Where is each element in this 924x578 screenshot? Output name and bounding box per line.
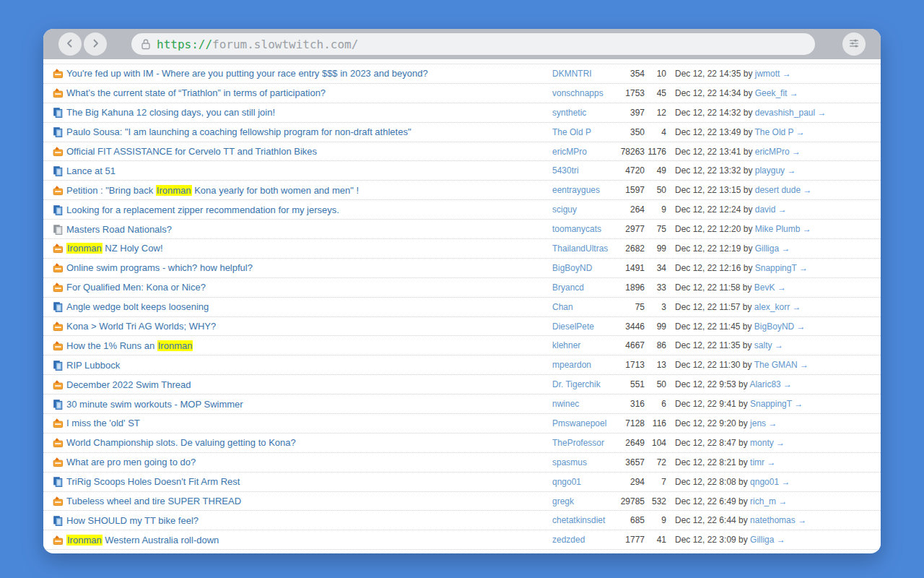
lastpost-user-link[interactable]: salty — [754, 340, 772, 350]
goto-last-post-arrow[interactable]: → — [781, 477, 790, 487]
thread-title-link[interactable]: How SHOULD my TT bike feel? — [66, 515, 552, 526]
thread-author-link[interactable]: synthetic — [552, 108, 619, 118]
thread-title-link[interactable]: Ironman Western Australia roll-down — [66, 535, 552, 545]
thread-author-link[interactable]: 5430tri — [552, 165, 619, 176]
lastpost-user-link[interactable]: Gilliga — [750, 535, 774, 545]
goto-last-post-arrow[interactable]: → — [768, 418, 777, 428]
thread-title-link[interactable]: Kona > World Tri AG Worlds; WHY? — [66, 321, 552, 332]
thread-title-link[interactable]: Looking for a replacement zipper recomme… — [66, 204, 552, 215]
thread-title-link[interactable]: Petition : "Bring back Ironman Kona year… — [66, 185, 552, 196]
thread-title-link[interactable]: Masters Road Nationals? — [66, 224, 552, 235]
lastpost-user-link[interactable]: rich_m — [750, 496, 776, 506]
thread-author-link[interactable]: Chan — [552, 302, 619, 312]
goto-last-post-arrow[interactable]: → — [792, 147, 801, 157]
goto-last-post-arrow[interactable]: → — [803, 224, 811, 234]
lastpost-user-link[interactable]: Mike Plumb — [755, 224, 801, 234]
goto-last-post-arrow[interactable]: → — [796, 127, 805, 137]
thread-author-link[interactable]: Dr. Tigerchik — [552, 379, 619, 389]
lastpost-user-link[interactable]: ericMPro — [755, 147, 790, 157]
lastpost-user-link[interactable]: Alaric83 — [749, 379, 780, 389]
goto-last-post-arrow[interactable]: → — [794, 399, 803, 409]
thread-author-link[interactable]: qngo01 — [552, 477, 619, 487]
thread-author-link[interactable]: chetatkinsdiet — [552, 515, 619, 525]
lastpost-user-link[interactable]: jens — [750, 418, 766, 428]
thread-title-link[interactable]: I miss the 'old' ST — [66, 418, 552, 428]
lastpost-user-link[interactable]: The Old P — [755, 127, 794, 137]
goto-last-post-arrow[interactable]: → — [778, 496, 787, 506]
lastpost-user-link[interactable]: The GMAN — [754, 360, 798, 370]
goto-last-post-arrow[interactable]: → — [799, 263, 808, 273]
goto-last-post-arrow[interactable]: → — [797, 322, 806, 332]
thread-author-link[interactable]: toomanycats — [552, 224, 619, 234]
thread-author-link[interactable]: Bryancd — [552, 282, 619, 293]
thread-author-link[interactable]: nwinec — [552, 399, 619, 409]
thread-author-link[interactable]: DieselPete — [552, 322, 619, 332]
thread-title-link[interactable]: For Qualified Men: Kona or Nice? — [66, 282, 552, 293]
lastpost-user-link[interactable]: desert dude — [755, 185, 801, 195]
goto-last-post-arrow[interactable]: → — [800, 360, 808, 370]
thread-author-link[interactable]: spasmus — [552, 457, 619, 467]
thread-author-link[interactable]: BigBoyND — [552, 263, 619, 273]
goto-last-post-arrow[interactable]: → — [775, 340, 783, 350]
goto-last-post-arrow[interactable]: → — [777, 282, 786, 293]
lastpost-user-link[interactable]: qngo01 — [750, 477, 779, 487]
lastpost-user-link[interactable]: david — [755, 204, 776, 215]
url-bar[interactable]: https://forum.slowtwitch.com/ — [131, 33, 815, 55]
lastpost-user-link[interactable]: alex_korr — [754, 302, 790, 312]
goto-last-post-arrow[interactable]: → — [790, 88, 798, 98]
thread-author-link[interactable]: ThailandUltras — [552, 243, 619, 254]
thread-author-link[interactable]: eentraygues — [552, 185, 619, 195]
lastpost-user-link[interactable]: SnappingT — [755, 263, 797, 273]
thread-author-link[interactable]: gregk — [552, 496, 619, 506]
lastpost-user-link[interactable]: playguy — [755, 165, 785, 176]
thread-title-link[interactable]: Official FIT ASSISTANCE for Cervelo TT a… — [66, 146, 552, 157]
thread-author-link[interactable]: klehner — [552, 340, 619, 350]
thread-title-link[interactable]: Lance at 51 — [66, 165, 552, 176]
thread-author-link[interactable]: vonschnapps — [552, 88, 619, 98]
thread-title-link[interactable]: You're fed up with IM - Where are you pu… — [66, 68, 552, 79]
thread-title-link[interactable]: How the 1% Runs an Ironman — [66, 340, 552, 351]
forward-button[interactable] — [84, 33, 107, 56]
goto-last-post-arrow[interactable]: → — [777, 535, 785, 545]
lastpost-user-link[interactable]: timr — [750, 457, 764, 467]
thread-author-link[interactable]: mpeardon — [552, 360, 619, 370]
goto-last-post-arrow[interactable]: → — [778, 204, 787, 215]
thread-author-link[interactable]: sciguy — [552, 204, 619, 215]
goto-last-post-arrow[interactable]: → — [818, 108, 827, 118]
lastpost-user-link[interactable]: devashish_paul — [755, 108, 815, 118]
thread-title-link[interactable]: World Championship slots. De valuing get… — [66, 437, 552, 448]
thread-title-link[interactable]: Online swim programs - which? how helpfu… — [66, 262, 552, 273]
thread-title-link[interactable]: TriRig Scoops Holes Doesn't Fit Arm Rest — [66, 476, 552, 487]
thread-title-link[interactable]: 30 minute swim workouts - MOP Swimmer — [66, 399, 552, 410]
thread-author-link[interactable]: DKMNTRI — [552, 69, 619, 79]
lastpost-user-link[interactable]: jwmott — [755, 69, 780, 79]
thread-author-link[interactable]: ericMPro — [552, 147, 619, 157]
thread-title-link[interactable]: December 2022 Swim Thread — [66, 379, 552, 390]
goto-last-post-arrow[interactable]: → — [781, 243, 790, 254]
lastpost-user-link[interactable]: monty — [750, 438, 774, 448]
goto-last-post-arrow[interactable]: → — [783, 69, 791, 79]
lastpost-user-link[interactable]: natethomas — [750, 515, 796, 525]
lastpost-user-link[interactable]: SnappingT — [750, 399, 792, 409]
goto-last-post-arrow[interactable]: → — [793, 302, 801, 312]
thread-title-link[interactable]: The Big Kahuna 12 closing days, you can … — [66, 107, 552, 118]
menu-button[interactable] — [842, 33, 866, 56]
thread-title-link[interactable]: RIP Lubbock — [66, 360, 552, 371]
lastpost-user-link[interactable]: BevK — [754, 282, 775, 293]
thread-author-link[interactable]: Pmswanepoel — [552, 418, 619, 428]
thread-author-link[interactable]: The Old P — [552, 127, 619, 137]
thread-title-link[interactable]: Angle wedge bolt keeps loosening — [66, 301, 552, 312]
thread-title-link[interactable]: Paulo Sousa: "I am launching a coaching … — [66, 126, 552, 137]
thread-title-link[interactable]: Ironman NZ Holy Cow! — [66, 243, 552, 254]
thread-author-link[interactable]: zedzded — [552, 535, 619, 545]
lastpost-user-link[interactable]: BigBoyND — [754, 322, 794, 332]
thread-title-link[interactable]: What are pro men going to do? — [66, 457, 552, 467]
back-button[interactable] — [58, 33, 82, 56]
goto-last-post-arrow[interactable]: → — [767, 457, 775, 467]
thread-title-link[interactable]: What’s the current state of “Triathlon” … — [66, 87, 552, 98]
goto-last-post-arrow[interactable]: → — [798, 515, 806, 525]
goto-last-post-arrow[interactable]: → — [803, 185, 811, 195]
thread-title-link[interactable]: Tubeless wheel and tire SUPER THREAD — [66, 496, 552, 506]
goto-last-post-arrow[interactable]: → — [787, 165, 796, 176]
lastpost-user-link[interactable]: Gilliga — [755, 243, 779, 254]
